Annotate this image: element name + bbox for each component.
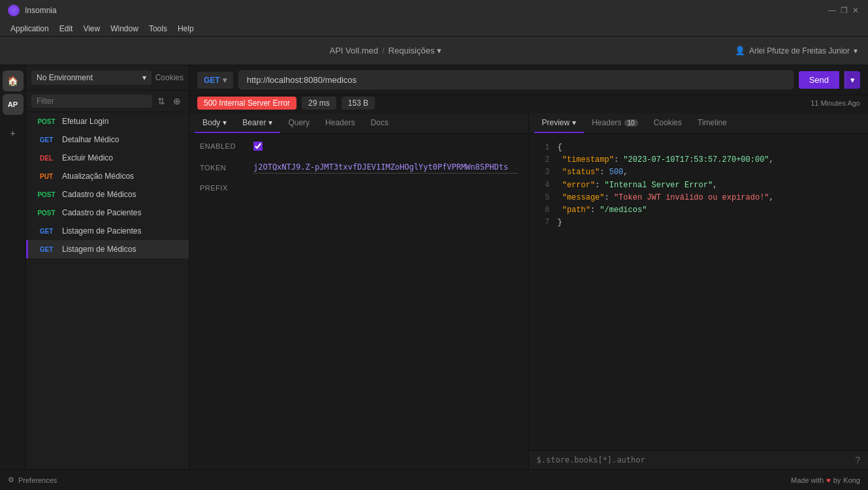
tab-bearer-chevron-icon: ▾ <box>268 118 272 127</box>
request-name: Efetuar Login <box>62 117 108 126</box>
request-item-efetuar-login[interactable]: POST Efetuar Login <box>26 112 189 130</box>
left-pane-content: ENABLED TOKEN PREFIX <box>189 134 528 469</box>
method-chevron-icon: ▾ <box>223 76 227 85</box>
right-pane: Preview ▾ Headers 10 Cookies Timeline <box>529 114 869 469</box>
made-with-kong: Made with ♥ by Kong <box>791 476 860 484</box>
tab-bearer[interactable]: Bearer ▾ <box>234 114 280 133</box>
env-chevron-icon: ▾ <box>142 73 146 82</box>
app-header-right[interactable]: 👤 Arlei Pfutze de Freitas Junior ▾ <box>735 46 858 55</box>
menu-tools[interactable]: Tools <box>144 24 172 33</box>
response-size: 153 B <box>342 97 375 110</box>
preferences-button[interactable]: ⚙ Preferences <box>8 476 57 484</box>
menu-application[interactable]: Application <box>5 24 54 33</box>
token-input[interactable] <box>253 161 518 174</box>
folder-name: Requisições <box>389 46 435 55</box>
cookies-button[interactable]: Cookies <box>155 73 184 82</box>
icon-sidebar: 🏠 AP + <box>0 65 26 469</box>
add-request-icon[interactable]: ⊕ <box>170 95 184 108</box>
tab-headers[interactable]: Headers <box>317 114 362 133</box>
send-dropdown-button[interactable]: ▾ <box>844 71 860 89</box>
header-separator: / <box>382 46 385 55</box>
close-icon[interactable]: ✕ <box>851 6 860 15</box>
menu-edit[interactable]: Edit <box>54 24 78 33</box>
folder-chevron-icon: ▾ <box>437 46 442 55</box>
tab-cookies[interactable]: Cookies <box>646 114 690 133</box>
json-line-7: 7} <box>539 217 858 229</box>
json-line-4: 4 "error": "Internal Server Error", <box>539 179 858 192</box>
method-select[interactable]: GET ▾ <box>197 72 233 89</box>
maximize-icon[interactable]: ❐ <box>839 6 848 15</box>
project-name: API Voll.med <box>330 46 378 55</box>
by-kong-text: by <box>833 476 841 484</box>
request-item-listagem-pacientes[interactable]: GET Listagem de Pacientes <box>26 222 189 240</box>
tab-bearer-label: Bearer <box>242 118 266 127</box>
request-name: Excluir Médico <box>62 153 113 162</box>
sort-icon[interactable]: ⇅ <box>155 95 168 108</box>
environment-selector[interactable]: No Environment ▾ <box>31 70 152 85</box>
made-with-text: Made with <box>791 476 824 484</box>
tab-body-chevron-icon: ▾ <box>223 118 227 127</box>
enabled-label: ENABLED <box>200 142 246 150</box>
request-item-cadastro-medicos[interactable]: POST Cadastro de Médicos <box>26 185 189 204</box>
minimize-icon[interactable]: — <box>828 6 837 15</box>
sidebar-item-ap[interactable]: AP <box>3 94 24 115</box>
tab-response-headers[interactable]: Headers 10 <box>584 114 645 133</box>
request-item-listagem-medicos[interactable]: GET Listagem de Médicos <box>26 240 189 258</box>
menu-window[interactable]: Window <box>105 24 144 33</box>
tab-query[interactable]: Query <box>280 114 317 133</box>
menu-view[interactable]: View <box>78 24 105 33</box>
json-line-3: 3 "status": 500, <box>539 166 858 179</box>
request-name: Cadastro de Pacientes <box>62 208 141 217</box>
split-pane: Body ▾ Bearer ▾ Query Headers Docs <box>189 114 868 469</box>
json-line-2: 2 "timestamp": "2023-07-10T17:53:57.270+… <box>539 154 858 166</box>
request-item-detalhar-medico[interactable]: GET Detalhar Médico <box>26 130 189 149</box>
enabled-checkbox[interactable] <box>253 142 263 151</box>
send-button[interactable]: Send <box>799 71 839 89</box>
folder-dropdown[interactable]: Requisições ▾ <box>389 46 442 55</box>
json-line-5: 5 "message": "Token JWT inválido ou expi… <box>539 192 858 204</box>
tab-docs[interactable]: Docs <box>362 114 396 133</box>
query-input[interactable] <box>537 455 850 465</box>
gear-icon: ⚙ <box>8 476 14 484</box>
sidebar-item-home[interactable]: 🏠 <box>3 70 24 91</box>
tab-headers-label: Headers <box>325 118 355 127</box>
query-bar: ? <box>529 450 869 469</box>
time-ago: 11 Minutes Ago <box>811 99 860 107</box>
app-icon <box>8 5 20 16</box>
bottom-bar: ⚙ Preferences Made with ♥ by Kong <box>0 469 868 490</box>
method-badge-post: POST <box>36 209 57 217</box>
heart-icon: ♥ <box>826 476 831 484</box>
request-panel: No Environment ▾ Cookies ⇅ ⊕ POST Efetua… <box>26 65 189 469</box>
right-tabs-bar: Preview ▾ Headers 10 Cookies Timeline <box>529 114 869 134</box>
request-item-cadastro-pacientes[interactable]: POST Cadastro de Pacientes <box>26 204 189 222</box>
title-bar-controls[interactable]: — ❐ ✕ <box>828 6 860 15</box>
request-name: Cadastro de Médicos <box>62 190 136 199</box>
method-badge-post: POST <box>36 191 57 198</box>
request-item-atualizacao-medicos[interactable]: PUT Atualização Médicos <box>26 167 189 185</box>
app-header: API Voll.med / Requisições ▾ 👤 Arlei Pfu… <box>0 37 868 65</box>
url-input[interactable] <box>238 70 794 89</box>
tab-docs-label: Docs <box>370 118 388 127</box>
main-layout: 🏠 AP + No Environment ▾ Cookies ⇅ ⊕ POST… <box>0 65 868 469</box>
tab-preview[interactable]: Preview ▾ <box>534 114 585 133</box>
prefix-row: PREFIX <box>200 184 518 192</box>
status-bar-row: 500 Internal Server Error 29 ms 153 B 11… <box>189 95 868 114</box>
user-name: Arlei Pfutze de Freitas Junior <box>749 46 850 55</box>
method-badge-get: GET <box>36 228 57 235</box>
request-item-excluir-medico[interactable]: DEL Excluir Médico <box>26 149 189 167</box>
tab-timeline[interactable]: Timeline <box>690 114 735 133</box>
query-help-icon[interactable]: ? <box>855 455 860 465</box>
app-header-center: API Voll.med / Requisições ▾ <box>330 46 442 55</box>
sidebar-item-add[interactable]: + <box>3 123 24 144</box>
method-badge-del: DEL <box>36 155 57 162</box>
tab-preview-label: Preview <box>542 118 570 127</box>
title-bar-left: Insomnia <box>8 5 57 16</box>
tab-preview-chevron-icon: ▾ <box>572 118 576 127</box>
title-bar: Insomnia — ❐ ✕ <box>0 0 868 21</box>
menu-help[interactable]: Help <box>172 24 199 33</box>
headers-badge: 10 <box>624 119 638 127</box>
tab-cookies-label: Cookies <box>654 118 682 127</box>
filter-input[interactable] <box>31 95 152 108</box>
tab-body[interactable]: Body ▾ <box>195 114 234 133</box>
preferences-label: Preferences <box>18 476 57 484</box>
